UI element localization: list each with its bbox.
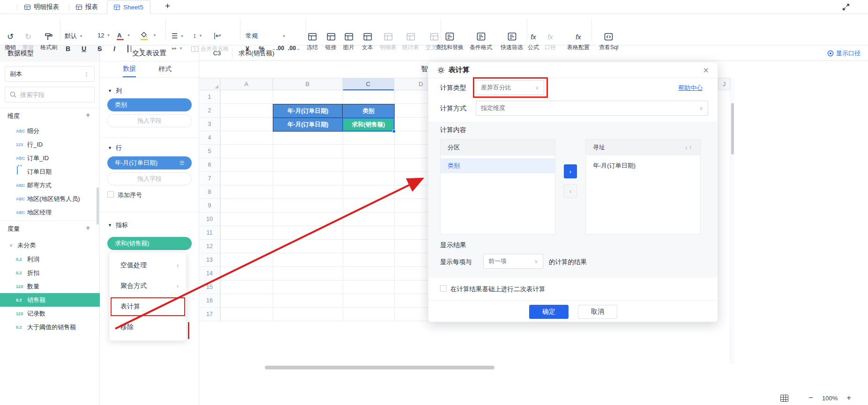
row-number[interactable]: 4 bbox=[199, 131, 220, 145]
measure-field-row[interactable]: 0.2 折扣 bbox=[0, 266, 100, 280]
arrow-down-icon[interactable]: ↓ bbox=[685, 144, 689, 151]
column-pill-category[interactable]: 类别 bbox=[107, 98, 192, 111]
fill-handle[interactable] bbox=[392, 130, 396, 133]
row-dropzone[interactable]: 拖入字段 bbox=[107, 172, 192, 185]
font-size-select[interactable]: 12▼ bbox=[97, 32, 110, 39]
context-menu-item[interactable]: 表计算 › bbox=[110, 296, 186, 317]
row-number[interactable]: 2 bbox=[199, 104, 220, 118]
context-menu-item[interactable]: 聚合方式 › bbox=[110, 276, 186, 296]
row-number[interactable]: 13 bbox=[199, 253, 220, 267]
add-measure-button[interactable]: + bbox=[86, 224, 90, 232]
cell-b2[interactable]: 年-月(订单日期) bbox=[273, 104, 343, 118]
row-number[interactable]: 8 bbox=[199, 185, 220, 199]
toolbar-tool-button[interactable]: 查找和替换 bbox=[435, 31, 464, 52]
measure-field-row[interactable]: 0.2 销售额 bbox=[0, 293, 100, 307]
close-icon[interactable]: ✕ bbox=[703, 66, 709, 75]
format-painter-button[interactable]: 格式刷 bbox=[40, 31, 57, 52]
toolbar-tool-button[interactable]: 条件格式 bbox=[470, 31, 492, 52]
dimension-field-row[interactable]: ABC 邮寄方式 bbox=[0, 178, 100, 192]
horizontal-align-button[interactable]: ☰▼ bbox=[172, 32, 184, 40]
result-compare-select[interactable]: 前一项 ∨ bbox=[483, 254, 543, 269]
cell-b3[interactable]: 年-月(订单日期) bbox=[273, 118, 343, 132]
text-wrap-button[interactable]: |↩ bbox=[214, 32, 221, 39]
measure-group-row[interactable]: ∨ 未分类 bbox=[0, 238, 100, 252]
metrics-section-header[interactable]: ▼ 指标 bbox=[108, 221, 128, 229]
move-right-button[interactable]: › bbox=[564, 164, 577, 178]
move-left-button[interactable]: ‹ bbox=[564, 184, 577, 198]
address-item[interactable]: 年-月(订单日期) bbox=[586, 158, 700, 173]
toolbar-insert-button[interactable]: 明细表 bbox=[380, 31, 397, 52]
zoom-out-button[interactable]: − bbox=[806, 393, 816, 403]
row-number[interactable]: 17 bbox=[199, 308, 220, 321]
partition-item[interactable]: 类别 bbox=[441, 158, 555, 173]
vertical-align-button[interactable]: ↕▼ bbox=[193, 32, 202, 39]
row-number[interactable]: 9 bbox=[199, 199, 220, 213]
dimension-field-row[interactable]: ABC 地区经理 bbox=[0, 206, 100, 219]
row-number[interactable]: 16 bbox=[199, 294, 220, 308]
tab-sheet5-active[interactable]: Sheet5 bbox=[107, 0, 150, 14]
cell-c3-selected[interactable]: 求和(销售额) bbox=[342, 118, 395, 132]
column-header-a[interactable]: A bbox=[220, 78, 273, 90]
text-direction-button[interactable]: ⇿▼ bbox=[172, 45, 183, 52]
chevron-down-icon[interactable]: ▼ bbox=[139, 47, 142, 52]
formula-value[interactable]: 求和(销售额) bbox=[239, 45, 275, 61]
dataset-selector[interactable]: 副本 ⋮ bbox=[5, 66, 95, 82]
calc-type-select[interactable]: 差异百分比 ∨ bbox=[476, 80, 544, 95]
row-number[interactable]: 5 bbox=[199, 145, 220, 158]
row-number[interactable]: 11 bbox=[199, 226, 220, 240]
zoom-in-button[interactable]: + bbox=[844, 393, 853, 403]
row-number[interactable]: 12 bbox=[199, 240, 220, 253]
columns-section-header[interactable]: ▼ 列 bbox=[108, 87, 122, 95]
secondary-calc-checkbox[interactable] bbox=[440, 285, 447, 292]
tab-report[interactable]: 报表 bbox=[76, 0, 98, 14]
measure-field-row[interactable]: 123 数量 bbox=[0, 280, 100, 293]
underline-button[interactable]: U bbox=[82, 45, 86, 52]
field-search-box[interactable] bbox=[5, 87, 95, 103]
metric-pill-sum-sales[interactable]: 求和(销售额) bbox=[107, 237, 192, 250]
toolbar-insert-button[interactable]: 图片 bbox=[343, 31, 354, 52]
confirm-button[interactable]: 确定 bbox=[529, 305, 569, 319]
tab-detail-report[interactable]: 明细报表 bbox=[24, 0, 59, 14]
column-header-j[interactable]: J bbox=[718, 78, 730, 90]
row-number[interactable]: 1 bbox=[199, 90, 220, 104]
sidebar-scrollbar[interactable] bbox=[97, 187, 99, 225]
currency-format-button[interactable]: ¥ bbox=[246, 45, 249, 52]
row-number[interactable]: 7 bbox=[199, 172, 220, 185]
font-color-button[interactable]: A ▼ bbox=[117, 32, 130, 39]
row-number[interactable]: 15 bbox=[199, 280, 220, 294]
add-index-checkbox[interactable] bbox=[107, 191, 114, 198]
toolbar-formula-button[interactable]: fx 公式 bbox=[528, 31, 539, 52]
dimension-field-row[interactable]: 123 行_ID bbox=[0, 138, 100, 151]
font-family-select[interactable]: 默认▼ bbox=[65, 32, 83, 40]
undo-button[interactable]: ↺ 撤销 bbox=[5, 31, 16, 52]
toolbar-insert-button[interactable]: 统计表 bbox=[402, 31, 419, 52]
context-menu-item[interactable]: 移除 › bbox=[110, 317, 186, 338]
row-number[interactable]: 3 bbox=[199, 118, 220, 131]
strikethrough-button[interactable]: S bbox=[97, 45, 102, 52]
dimension-field-row[interactable]: ABC 地区(地区销售人员) bbox=[0, 192, 100, 206]
percent-format-button[interactable]: % bbox=[259, 45, 264, 52]
arrow-up-icon[interactable]: ↑ bbox=[689, 144, 693, 151]
row-number[interactable]: 14 bbox=[199, 267, 220, 280]
dimension-field-row[interactable]: ABC 订单_ID bbox=[0, 151, 100, 165]
merge-cells-button[interactable]: 合并单元格 bbox=[191, 45, 229, 53]
fill-color-button[interactable]: ▼ bbox=[141, 32, 157, 38]
increase-decimal-button[interactable]: .00→ bbox=[288, 45, 300, 52]
toolbar-insert-button[interactable]: 文本 bbox=[362, 31, 373, 52]
cancel-button[interactable]: 取消 bbox=[578, 305, 617, 319]
number-format-select[interactable]: 常规▼ bbox=[246, 32, 286, 40]
expand-icon[interactable] bbox=[842, 3, 850, 11]
row-number[interactable]: 10 bbox=[199, 213, 220, 226]
kebab-menu-icon[interactable]: ⋮ bbox=[83, 71, 90, 78]
show-caliber-link[interactable]: 显示口径 bbox=[827, 45, 861, 61]
borders-button[interactable] bbox=[127, 45, 128, 52]
measure-field-row[interactable]: 0.2 大于阈值的销售额 bbox=[0, 320, 100, 334]
column-dropzone[interactable]: 拖入字段 bbox=[107, 114, 192, 127]
decrease-decimal-button[interactable]: ←.00 bbox=[272, 45, 284, 52]
measure-field-row[interactable]: 123 记录数 bbox=[0, 307, 100, 320]
dimension-field-row[interactable]: ABC 细分 bbox=[0, 124, 100, 138]
vertical-scrollbar-thumb[interactable] bbox=[731, 103, 734, 155]
italic-button[interactable]: I bbox=[113, 45, 115, 52]
dimension-field-row[interactable]: 订单日期 bbox=[0, 165, 100, 178]
toolbar-formula-button[interactable]: fx 口径 bbox=[545, 31, 556, 52]
